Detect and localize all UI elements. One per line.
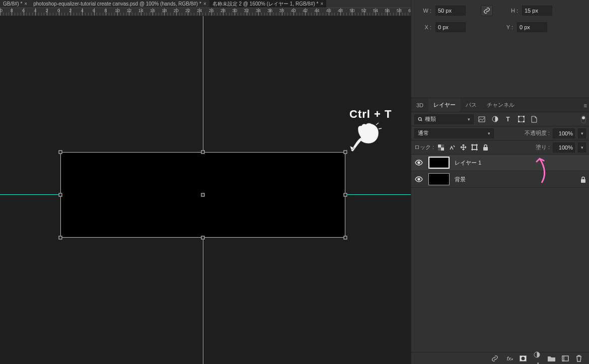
svg-rect-6 — [523, 116, 525, 117]
layer-name[interactable]: レイヤー 1 — [455, 159, 481, 167]
transform-handle[interactable] — [344, 151, 347, 154]
blend-mode-select[interactable]: 通常 ▾ — [414, 128, 494, 138]
tab-3d[interactable]: 3D — [411, 98, 428, 112]
svg-point-19 — [418, 162, 420, 164]
tab-label: photoshop-equalizer-tutorial create canv… — [33, 1, 201, 7]
layer-thumbnail[interactable] — [428, 157, 450, 169]
svg-point-23 — [522, 356, 525, 360]
svg-rect-2 — [479, 117, 485, 122]
tab-label: 名称未設定 2 @ 1600% (レイヤー 1, RGB/8#) * — [212, 1, 319, 8]
visibility-icon[interactable] — [414, 176, 423, 182]
transform-handle[interactable] — [344, 236, 347, 240]
lock-artboard-icon[interactable] — [470, 143, 478, 152]
transform-handle[interactable] — [59, 193, 62, 197]
document-tab[interactable]: 名称未設定 2 @ 1600% (レイヤー 1, RGB/8#) * × — [209, 0, 327, 8]
tab-channels[interactable]: チャンネル — [482, 98, 520, 112]
fill-input[interactable] — [553, 142, 575, 153]
transform-handle[interactable] — [201, 193, 205, 197]
delete-icon[interactable] — [576, 355, 585, 362]
layer-row[interactable]: レイヤー 1 — [411, 155, 589, 171]
panel-tabs: 3D レイヤー パス チャンネル ≡ — [411, 98, 589, 112]
lock-all-icon[interactable] — [481, 143, 489, 152]
svg-rect-10 — [441, 148, 444, 151]
adjustment-icon[interactable]: ▾ — [534, 351, 543, 364]
transform-handle[interactable] — [201, 151, 205, 154]
lock-transparency-icon[interactable] — [437, 143, 445, 152]
x-input[interactable] — [435, 22, 466, 32]
panel-menu-icon[interactable]: ≡ — [583, 102, 587, 109]
opacity-stepper[interactable]: ▾ — [578, 128, 586, 138]
group-icon[interactable] — [548, 355, 557, 361]
lock-label: ロック : — [414, 143, 434, 151]
hint-text: Ctrl + T — [349, 108, 392, 121]
document-tabs: GB/8#) * × photoshop-equalizer-tutorial … — [0, 0, 411, 8]
canvas[interactable]: Ctrl + T — [0, 16, 411, 364]
svg-rect-9 — [438, 144, 441, 148]
svg-rect-21 — [581, 179, 585, 183]
new-layer-icon[interactable] — [562, 355, 571, 361]
svg-point-0 — [418, 117, 421, 120]
lock-icon — [580, 176, 586, 183]
filter-type-icon[interactable]: T — [503, 114, 513, 124]
close-icon[interactable]: × — [24, 1, 27, 7]
svg-line-1 — [421, 120, 422, 121]
transform-handle[interactable] — [201, 236, 205, 240]
filter-kind-label: 種類 — [425, 115, 436, 123]
transform-handle[interactable] — [59, 236, 62, 240]
filter-pixel-icon[interactable] — [477, 114, 487, 124]
document-tab[interactable]: photoshop-equalizer-tutorial create canv… — [30, 0, 209, 8]
blend-mode-label: 通常 — [418, 129, 429, 137]
filter-toggle[interactable] — [581, 115, 586, 123]
transform-handle[interactable] — [344, 193, 347, 197]
properties-panel: W : H : X : Y : — [411, 0, 589, 98]
layer-list: レイヤー 1 背景 — [411, 155, 589, 352]
close-icon[interactable]: × — [320, 1, 323, 7]
layer-thumbnail[interactable] — [428, 173, 450, 185]
transform-handle[interactable] — [59, 151, 62, 154]
fill-label: 塗り : — [536, 143, 550, 151]
pointing-hand-icon — [348, 122, 382, 152]
link-layers-icon[interactable] — [491, 355, 500, 362]
y-label: Y : — [499, 24, 513, 30]
filter-adjust-icon[interactable] — [490, 114, 500, 124]
filter-kind-select[interactable]: 種類 ▾ — [414, 114, 474, 124]
svg-rect-13 — [472, 145, 477, 150]
height-input[interactable] — [522, 6, 552, 16]
height-label: H : — [504, 8, 518, 14]
svg-rect-8 — [523, 121, 525, 122]
fx-icon[interactable]: fx▾ — [505, 355, 514, 361]
width-label: W : — [417, 8, 431, 14]
x-label: X : — [417, 24, 431, 30]
opacity-label: 不透明度 : — [525, 129, 550, 137]
layer-row[interactable]: 背景 — [411, 171, 589, 188]
svg-rect-25 — [562, 356, 568, 361]
filter-smart-icon[interactable] — [529, 114, 539, 124]
svg-rect-5 — [518, 116, 520, 117]
svg-rect-11 — [441, 144, 444, 148]
close-icon[interactable]: × — [203, 1, 206, 7]
tab-label: GB/8#) * — [3, 1, 22, 7]
filter-shape-icon[interactable] — [516, 114, 526, 124]
visibility-icon[interactable] — [414, 160, 423, 166]
ruler-horizontal[interactable]: 1086420246810121416182022242628303234363… — [0, 8, 411, 16]
lock-image-icon[interactable] — [448, 143, 456, 152]
tab-layers[interactable]: レイヤー — [428, 98, 461, 112]
svg-point-20 — [418, 178, 420, 180]
svg-rect-12 — [438, 148, 441, 151]
layer-footer: fx▾ ▾ — [411, 352, 589, 364]
svg-rect-18 — [483, 147, 488, 151]
svg-rect-7 — [518, 121, 520, 122]
mask-icon[interactable] — [520, 355, 529, 361]
document-tab[interactable]: GB/8#) * × — [0, 0, 30, 8]
lock-position-icon[interactable] — [459, 143, 467, 152]
search-icon — [418, 117, 423, 122]
tab-paths[interactable]: パス — [461, 98, 482, 112]
y-input[interactable] — [517, 22, 547, 32]
opacity-input[interactable] — [553, 128, 575, 138]
width-input[interactable] — [435, 6, 466, 16]
layer-name[interactable]: 背景 — [455, 176, 466, 183]
fill-stepper[interactable]: ▾ — [578, 142, 586, 153]
link-icon[interactable] — [481, 5, 493, 16]
